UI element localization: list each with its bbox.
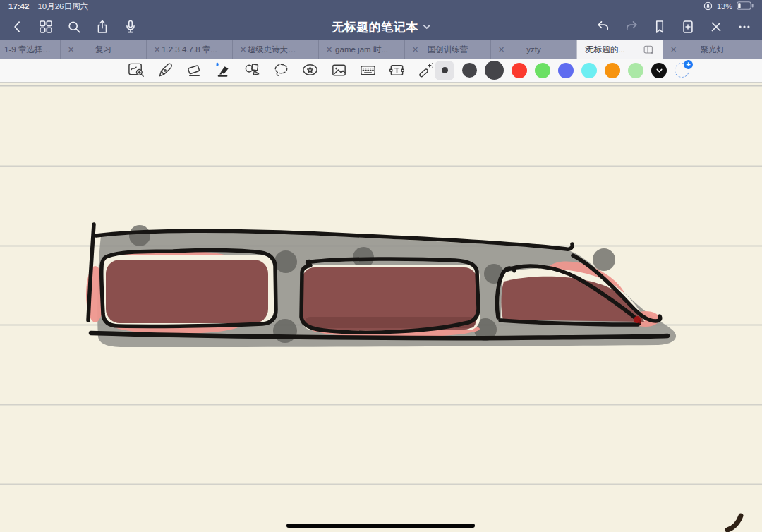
search-button[interactable] [64, 16, 85, 37]
chevron-down-icon [656, 68, 663, 73]
stroke-size-small-selected[interactable] [435, 61, 454, 80]
share-icon [95, 19, 110, 35]
crescent-doodle [727, 516, 741, 530]
clock-date: 10月26日周六 [37, 1, 88, 12]
tab-spotlight[interactable]: ✕ 聚光灯 [663, 40, 762, 59]
battery-percent: 13% [717, 2, 732, 11]
microphone-icon [123, 19, 138, 35]
search-icon [66, 19, 82, 35]
color-swatch-red[interactable] [512, 63, 527, 78]
shapes-tool[interactable] [243, 61, 261, 80]
chevron-down-icon [423, 24, 430, 29]
back-button[interactable] [7, 16, 28, 37]
color-swatch-green[interactable] [535, 63, 550, 78]
lasso-tool[interactable] [272, 61, 290, 80]
tab-close-icon[interactable]: ✕ [326, 46, 332, 54]
image-tool[interactable] [329, 61, 348, 80]
battery-icon [737, 1, 754, 11]
clock-time: 17:42 [8, 2, 29, 11]
stickers-tool[interactable] [301, 61, 319, 80]
tab-close-icon[interactable]: ✕ [670, 46, 677, 54]
tab-close-icon[interactable]: ✕ [68, 46, 74, 54]
tab-untitled-notebook-active[interactable]: ✕ 无标题的... [576, 40, 663, 59]
stroke-size-large[interactable] [485, 61, 504, 80]
stroke-size-medium[interactable] [462, 63, 477, 78]
orientation-lock-icon [703, 1, 713, 12]
tab-yzfy[interactable]: ✕ yzfy [490, 40, 576, 59]
tab-close-icon[interactable]: ✕ [412, 46, 418, 54]
notebook-title-menu[interactable]: 无标题的笔记本 [332, 18, 430, 35]
tab-1-9-chapters[interactable]: 1-9 章选择判... [0, 40, 60, 59]
home-indicator [286, 524, 475, 528]
bookmark-button[interactable] [649, 16, 670, 37]
laser-pointer-tool[interactable] [416, 61, 435, 80]
drawing-toolbar: + [0, 59, 762, 83]
bookmark-icon [652, 19, 667, 35]
tab-chapters-1234 78[interactable]: ✕ 1.2.3.4.7.8 章... [146, 40, 232, 59]
text-box-tool[interactable] [387, 61, 406, 80]
keyboard-tool[interactable] [358, 61, 377, 80]
tab-review[interactable]: ✕ 复习 [60, 40, 146, 59]
train-sketch [0, 83, 762, 532]
more-ellipsis-icon [737, 19, 752, 35]
pen-tool[interactable] [156, 61, 174, 80]
tab-super-epic-review[interactable]: ✕ 超级史诗大复习 [232, 40, 318, 59]
color-palette: + [435, 61, 689, 80]
close-icon [708, 19, 724, 35]
add-page-icon [680, 19, 696, 35]
tab-close-icon[interactable]: ✕ [154, 46, 160, 54]
color-swatch-pale-green[interactable] [628, 63, 643, 78]
add-color-button[interactable]: + [675, 63, 689, 78]
color-swatch-cyan[interactable] [581, 63, 597, 78]
color-swatch-orange[interactable] [605, 63, 620, 78]
notebook-title: 无标题的笔记本 [332, 18, 418, 35]
document-tab-bar: 1-9 章选择判... ✕ 复习 ✕ 1.2.3.4.7.8 章... ✕ 超级… [0, 40, 762, 59]
grid-icon [38, 19, 54, 35]
back-chevron-icon [10, 19, 25, 35]
zoom-window-tool[interactable] [127, 61, 145, 80]
tab-game-jam[interactable]: ✕ game jam 时... [318, 40, 404, 59]
microphone-button[interactable] [120, 16, 141, 37]
status-bar: 17:42 10月26日周六 13% [0, 0, 762, 13]
split-view-icon[interactable] [643, 45, 654, 54]
undo-icon [595, 19, 611, 35]
highlighter-tool-active[interactable] [214, 61, 232, 80]
more-button[interactable] [734, 16, 755, 37]
redo-button[interactable] [621, 16, 642, 37]
thumbnails-button[interactable] [35, 16, 56, 37]
tab-close-icon[interactable]: ✕ [584, 46, 591, 54]
close-button[interactable] [706, 16, 727, 37]
undo-button[interactable] [593, 16, 614, 37]
share-button[interactable] [92, 16, 113, 37]
notebook-page-canvas[interactable] [0, 83, 762, 532]
bluetooth-icon [216, 63, 218, 65]
color-swatch-black-current[interactable] [651, 63, 667, 78]
redo-icon [624, 19, 639, 35]
navigation-bar: 无标题的笔记本 [0, 13, 762, 40]
plus-icon: + [684, 60, 693, 69]
eraser-tool[interactable] [185, 61, 203, 80]
add-page-button[interactable] [677, 16, 698, 37]
color-swatch-blue[interactable] [558, 63, 574, 78]
tab-close-icon[interactable]: ✕ [498, 46, 504, 54]
tab-close-icon[interactable]: ✕ [240, 46, 246, 54]
tab-guochuang-camp[interactable]: ✕ 国创训练营 [404, 40, 490, 59]
